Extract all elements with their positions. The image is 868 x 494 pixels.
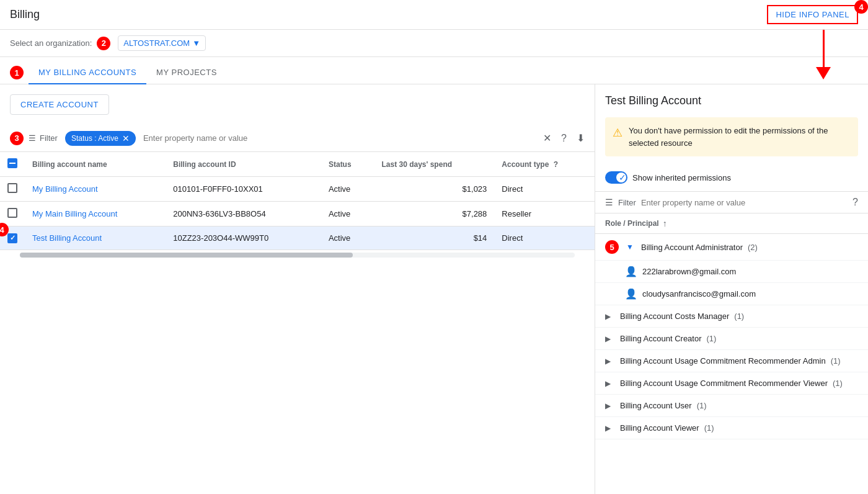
checkbox-0[interactable] bbox=[7, 183, 17, 193]
role-item-recommender-viewer[interactable]: ▶ Billing Account Usage Commitment Recom… bbox=[595, 372, 868, 395]
role-count-6: (1) bbox=[704, 423, 714, 433]
hide-info-panel-button[interactable]: HIDE INFO PANEL bbox=[767, 5, 858, 24]
annotation-arrowhead bbox=[816, 67, 831, 79]
account-link-0[interactable]: My Billing Account bbox=[32, 184, 98, 194]
expand-icon[interactable]: ▶ bbox=[605, 379, 615, 388]
tab-billing-accounts[interactable]: MY BILLING ACCOUNTS bbox=[29, 61, 146, 84]
role-count-2: (1) bbox=[707, 334, 717, 343]
app-title: Billing bbox=[10, 8, 40, 21]
warning-text: You don't have permission to edit the pe… bbox=[629, 125, 851, 149]
filter-bar: 3 ☰ Filter Status : Active ✕ ✕ ? ⬇ bbox=[0, 125, 595, 152]
role-name-0: Billing Account Administrator bbox=[641, 243, 743, 252]
role-item-creator[interactable]: ▶ Billing Account Creator (1) bbox=[595, 328, 868, 350]
account-status-0: Active bbox=[321, 177, 374, 202]
clear-filter-icon[interactable]: ✕ bbox=[543, 132, 551, 144]
role-name-4: Billing Account Usage Commitment Recomme… bbox=[620, 379, 828, 388]
top-bar: Billing HIDE INFO PANEL 4 bbox=[0, 0, 868, 30]
account-id-1: 200NN3-636LV3-BB8O54 bbox=[166, 202, 321, 227]
col-header-type: Account type ? bbox=[494, 152, 595, 177]
horizontal-scrollbar[interactable] bbox=[20, 253, 575, 258]
checkbox-1[interactable] bbox=[7, 208, 17, 218]
col-header-name: Billing account name bbox=[25, 152, 166, 177]
filter-input[interactable] bbox=[143, 133, 536, 143]
role-item-recommender-admin[interactable]: ▶ Billing Account Usage Commitment Recom… bbox=[595, 350, 868, 372]
org-dropdown[interactable]: ALTOSTRAT.COM ▼ bbox=[118, 35, 206, 51]
filter-chip-status-active[interactable]: Status : Active ✕ bbox=[65, 131, 136, 146]
roles-list: 5 ▼ Billing Account Administrator (2) 👤 … bbox=[595, 234, 868, 439]
collapse-icon[interactable]: ▼ bbox=[626, 243, 636, 251]
role-count-4: (1) bbox=[833, 379, 843, 388]
right-filter-bar: ☰ Filter ? bbox=[595, 192, 868, 213]
select-all-checkbox[interactable] bbox=[7, 158, 17, 168]
table-row: My Main Billing Account 200NN3-636LV3-BB… bbox=[0, 202, 595, 227]
annotation-3: 3 bbox=[10, 132, 24, 145]
toggle-row: ✓ Show inherited permissions bbox=[595, 164, 868, 192]
tab-my-projects[interactable]: MY PROJECTS bbox=[146, 61, 227, 84]
main-layout: CREATE ACCOUNT 3 ☰ Filter Status : Activ… bbox=[0, 84, 868, 494]
filter-chip-remove[interactable]: ✕ bbox=[122, 133, 130, 143]
role-item-admin[interactable]: 5 ▼ Billing Account Administrator (2) bbox=[595, 234, 868, 261]
role-count-3: (1) bbox=[831, 356, 841, 366]
account-name-1: My Main Billing Account bbox=[25, 202, 166, 227]
filter-icon: ☰ bbox=[29, 133, 36, 143]
annotation-1: 1 bbox=[10, 66, 24, 79]
expand-icon[interactable]: ▶ bbox=[605, 335, 615, 343]
role-header-label: Role / Principal bbox=[605, 219, 659, 228]
role-principal-header: Role / Principal ↑ bbox=[595, 213, 868, 234]
filter-lines-icon: ☰ bbox=[605, 197, 613, 207]
role-item-viewer[interactable]: ▶ Billing Account Viewer (1) bbox=[595, 417, 868, 439]
right-filter-input[interactable] bbox=[641, 198, 848, 207]
help-icon[interactable]: ? bbox=[561, 133, 567, 144]
account-status-2: Active bbox=[321, 227, 374, 250]
left-panel: CREATE ACCOUNT 3 ☰ Filter Status : Activ… bbox=[0, 84, 595, 494]
role-member-0-1: 👤 cloudysanfrancisco@gmail.com bbox=[595, 283, 868, 305]
account-spend-2: $14 bbox=[374, 227, 494, 250]
scrollbar-thumb[interactable] bbox=[20, 253, 353, 258]
checkbox-2[interactable] bbox=[7, 233, 17, 243]
right-help-icon[interactable]: ? bbox=[852, 197, 858, 208]
annotation-5: 5 bbox=[605, 240, 619, 254]
expand-icon[interactable]: ▶ bbox=[605, 312, 615, 321]
warning-box: ⚠ You don't have permission to edit the … bbox=[605, 117, 858, 156]
filter-label: ☰ Filter bbox=[29, 133, 58, 143]
sort-icon[interactable]: ↑ bbox=[663, 218, 667, 228]
account-id-0: 010101-F0FFF0-10XX01 bbox=[166, 177, 321, 202]
col-header-id: Billing account ID bbox=[166, 152, 321, 177]
inherited-permissions-toggle[interactable] bbox=[605, 171, 627, 184]
col-header-status: Status bbox=[321, 152, 374, 177]
tab-bar: 1 MY BILLING ACCOUNTS MY PROJECTS bbox=[0, 57, 868, 84]
help-icon-col[interactable]: ? bbox=[554, 160, 558, 169]
expand-icon[interactable]: ▶ bbox=[605, 357, 615, 366]
row-checkbox-0[interactable] bbox=[0, 177, 25, 202]
account-spend-0: $1,023 bbox=[374, 177, 494, 202]
filter-word: Filter bbox=[618, 198, 636, 207]
member-email-0: 222larabrown@gmail.com bbox=[642, 267, 736, 276]
download-icon[interactable]: ⬇ bbox=[577, 132, 585, 144]
role-member-0-0: 👤 222larabrown@gmail.com bbox=[595, 261, 868, 283]
create-account-button[interactable]: CREATE ACCOUNT bbox=[10, 94, 109, 115]
billing-accounts-table: Billing account name Billing account ID … bbox=[0, 152, 595, 250]
account-id-2: 10ZZ23-203O44-WW99T0 bbox=[166, 227, 321, 250]
account-spend-1: $7,288 bbox=[374, 202, 494, 227]
account-type-0: Direct bbox=[494, 177, 595, 202]
person-icon: 👤 bbox=[625, 266, 637, 277]
role-count-1: (1) bbox=[734, 312, 744, 321]
expand-icon[interactable]: ▶ bbox=[605, 402, 615, 410]
role-item-costs-manager[interactable]: ▶ Billing Account Costs Manager (1) bbox=[595, 305, 868, 328]
role-name-2: Billing Account Creator bbox=[620, 334, 702, 343]
org-bar: Select an organization: 2 ALTOSTRAT.COM … bbox=[0, 30, 868, 57]
account-link-2[interactable]: Test Billing Account bbox=[32, 233, 102, 243]
expand-icon[interactable]: ▶ bbox=[605, 424, 615, 433]
member-email-1: cloudysanfrancisco@gmail.com bbox=[642, 289, 756, 299]
filter-action-icons: ✕ ? ⬇ bbox=[543, 132, 585, 144]
warning-icon: ⚠ bbox=[613, 126, 622, 140]
row-checkbox-2[interactable]: 4 bbox=[0, 227, 25, 250]
select-all-header[interactable] bbox=[0, 152, 25, 177]
role-count-0: (2) bbox=[748, 243, 758, 252]
account-link-1[interactable]: My Main Billing Account bbox=[32, 209, 117, 218]
filter-chip-label: Status : Active bbox=[71, 134, 118, 143]
role-name-1: Billing Account Costs Manager bbox=[620, 312, 729, 321]
annotation-4: 4 bbox=[854, 0, 868, 14]
account-type-1: Reseller bbox=[494, 202, 595, 227]
role-item-user[interactable]: ▶ Billing Account User (1) bbox=[595, 395, 868, 417]
